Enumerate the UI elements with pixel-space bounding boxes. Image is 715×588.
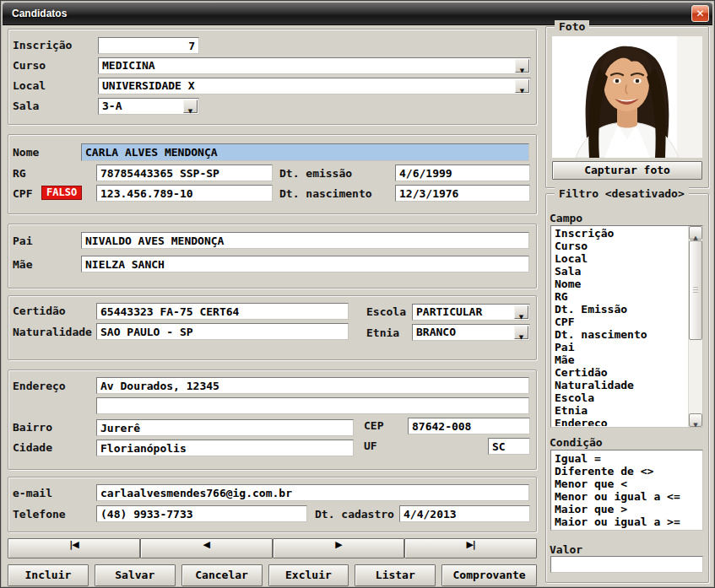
sala-select[interactable]: 3-A ▼ bbox=[98, 98, 199, 115]
list-item[interactable]: Naturalidade bbox=[551, 379, 687, 391]
comprovante-button[interactable]: Comprovante bbox=[441, 564, 537, 586]
escola-select[interactable]: PARTICULAR ▼ bbox=[412, 304, 530, 321]
list-item[interactable]: Dt. nascimento bbox=[551, 328, 687, 341]
local-value: UNIVERSIDADE X bbox=[102, 79, 195, 92]
uf-field[interactable] bbox=[488, 438, 530, 455]
list-item[interactable]: Diferente de <> bbox=[551, 465, 701, 477]
cpf-field[interactable] bbox=[96, 185, 273, 202]
chevron-down-icon[interactable]: ▼ bbox=[183, 100, 198, 113]
listar-button[interactable]: Listar bbox=[355, 564, 436, 586]
list-item[interactable]: Mãe bbox=[551, 353, 687, 366]
cidade-field[interactable] bbox=[96, 440, 354, 456]
escola-label: Escola bbox=[366, 305, 406, 318]
scroll-up-icon[interactable]: ▲ bbox=[689, 226, 702, 240]
list-item[interactable]: Igual = bbox=[551, 452, 701, 465]
sala-value: 3-A bbox=[102, 100, 122, 112]
foto-group-label: Foto bbox=[555, 20, 589, 33]
capturar-foto-button[interactable]: Capturar foto bbox=[552, 161, 702, 180]
list-item[interactable]: Menor ou igual a <= bbox=[551, 490, 701, 503]
list-item[interactable]: Maior ou igual a >= bbox=[551, 515, 701, 528]
campo-scrollbar[interactable]: ▲ ▼ bbox=[688, 226, 702, 427]
nome-label: Nome bbox=[13, 146, 39, 159]
record-navigation: |◀ ◀ ▶ ▶| bbox=[8, 538, 537, 558]
pai-field[interactable] bbox=[81, 232, 529, 249]
valor-label: Valor bbox=[550, 543, 582, 556]
condicao-listbox[interactable]: Igual =Diferente de <>Menor que <Menor o… bbox=[550, 450, 703, 531]
nome-field[interactable] bbox=[81, 143, 529, 161]
scroll-down-icon[interactable]: ▼ bbox=[689, 413, 702, 427]
cancelar-button[interactable]: Cancelar bbox=[181, 564, 263, 586]
excluir-button[interactable]: Excluir bbox=[268, 564, 349, 586]
email-field[interactable] bbox=[96, 484, 529, 501]
title-bar[interactable]: Candidatos ✕ bbox=[3, 3, 712, 25]
inscricao-field[interactable] bbox=[98, 37, 199, 54]
dt-cadastro-field[interactable] bbox=[399, 505, 530, 522]
cidade-label: Cidade bbox=[13, 441, 52, 454]
rg-label: RG bbox=[13, 167, 26, 180]
incluir-button[interactable]: Incluir bbox=[8, 564, 89, 586]
list-item[interactable]: Dt. Emissão bbox=[551, 303, 687, 316]
list-item[interactable]: Escola bbox=[551, 391, 687, 404]
naturalidade-field[interactable] bbox=[96, 323, 349, 340]
nav-previous-button[interactable]: ◀ bbox=[140, 538, 273, 558]
cep-field[interactable] bbox=[408, 418, 530, 434]
dt-emissao-field[interactable] bbox=[395, 165, 530, 181]
certidao-field[interactable] bbox=[96, 303, 349, 320]
uf-label: UF bbox=[364, 440, 377, 452]
sala-label: Sala bbox=[13, 100, 39, 112]
list-item[interactable]: Local bbox=[551, 252, 687, 265]
list-item[interactable]: CPF bbox=[551, 316, 687, 328]
list-item[interactable]: Curso bbox=[551, 240, 687, 252]
list-item[interactable]: Maior que > bbox=[551, 503, 701, 515]
naturalidade-label: Naturalidade bbox=[13, 326, 92, 338]
dt-nascimento-label: Dt. nascimento bbox=[279, 187, 372, 200]
list-item[interactable]: Pai bbox=[551, 341, 687, 353]
curso-select[interactable]: MEDICINA ▼ bbox=[98, 57, 531, 74]
endereco-field-2[interactable] bbox=[96, 397, 529, 414]
dt-emissao-label: Dt. emissão bbox=[279, 167, 352, 180]
rg-field[interactable] bbox=[96, 165, 273, 181]
etnia-label: Etnia bbox=[366, 326, 399, 339]
list-item[interactable]: Inscrição bbox=[551, 227, 687, 240]
bairro-field[interactable] bbox=[96, 419, 354, 436]
mae-field[interactable] bbox=[81, 256, 529, 272]
nav-first-button[interactable]: |◀ bbox=[8, 538, 140, 558]
local-label: Local bbox=[13, 79, 46, 92]
scrollbar-grip bbox=[693, 287, 698, 293]
list-item[interactable]: Certidão bbox=[551, 366, 687, 379]
nav-next-button[interactable]: ▶ bbox=[273, 538, 405, 558]
salvar-button[interactable]: Salvar bbox=[95, 564, 176, 586]
curso-label: Curso bbox=[13, 59, 46, 72]
candidatos-window: Candidatos ✕ Inscrição Curso MEDICINA ▼ … bbox=[0, 0, 715, 588]
escola-value: PARTICULAR bbox=[416, 305, 482, 318]
local-select[interactable]: UNIVERSIDADE X ▼ bbox=[98, 78, 531, 94]
list-item[interactable]: Endereço bbox=[551, 417, 687, 426]
condicao-label: Condição bbox=[550, 436, 603, 449]
etnia-select[interactable]: BRANCO ▼ bbox=[412, 324, 530, 341]
list-item[interactable]: Nome bbox=[551, 278, 687, 290]
cep-label: CEP bbox=[364, 419, 383, 432]
valor-field[interactable] bbox=[550, 556, 703, 573]
list-item[interactable]: Menor que < bbox=[551, 477, 701, 490]
list-item[interactable]: Etnia bbox=[551, 404, 687, 417]
mae-label: Mãe bbox=[13, 258, 32, 271]
nav-last-button[interactable]: ▶| bbox=[404, 538, 537, 558]
close-icon[interactable]: ✕ bbox=[691, 5, 709, 22]
bairro-label: Bairro bbox=[13, 421, 52, 434]
endereco-field[interactable] bbox=[96, 377, 529, 394]
chevron-down-icon[interactable]: ▼ bbox=[514, 326, 528, 339]
action-buttons: Incluir Salvar Cancelar Excluir Listar C… bbox=[8, 564, 537, 586]
dt-nascimento-field[interactable] bbox=[395, 185, 530, 202]
chevron-down-icon[interactable]: ▼ bbox=[515, 79, 529, 93]
list-item[interactable]: RG bbox=[551, 290, 687, 303]
telefone-field[interactable] bbox=[96, 505, 307, 522]
certidao-label: Certidão bbox=[13, 305, 66, 317]
pai-label: Pai bbox=[13, 235, 32, 247]
campo-listbox[interactable]: InscriçãoCursoLocalSalaNomeRGDt. Emissão… bbox=[550, 225, 703, 428]
candidate-photo bbox=[552, 36, 702, 158]
curso-value: MEDICINA bbox=[102, 59, 155, 72]
scrollbar-thumb[interactable] bbox=[689, 240, 702, 340]
chevron-down-icon[interactable]: ▼ bbox=[514, 305, 528, 319]
list-item[interactable]: Sala bbox=[551, 265, 687, 278]
chevron-down-icon[interactable]: ▼ bbox=[515, 59, 529, 73]
